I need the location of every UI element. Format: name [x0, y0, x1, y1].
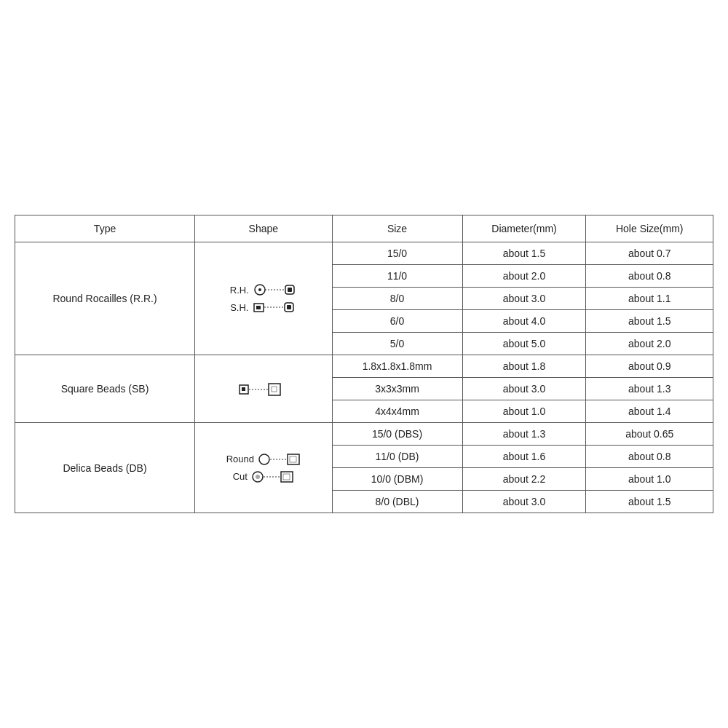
- hole-size-cell: about 0.8: [586, 446, 713, 468]
- type-cell-1: Square Beads (SB): [15, 355, 195, 423]
- shape-cell-2: Round Cut: [195, 423, 332, 513]
- hole-size-cell: about 0.65: [586, 423, 713, 446]
- bead-reference-table: Type Shape Size Diameter(mm) Hole Size(m…: [15, 215, 713, 513]
- type-cell-2: Delica Beads (DB): [15, 423, 195, 513]
- shape-cell-1: [195, 355, 332, 423]
- hole-size-cell: about 0.8: [586, 265, 713, 288]
- header-type: Type: [15, 215, 195, 242]
- page-wrapper: Type Shape Size Diameter(mm) Hole Size(m…: [15, 215, 713, 513]
- header-diameter: Diameter(mm): [462, 215, 586, 242]
- size-cell: 11/0 (DB): [332, 446, 462, 468]
- sb-shape-icon: [238, 381, 289, 396]
- svg-point-20: [256, 475, 260, 479]
- hole-size-cell: about 1.3: [586, 378, 713, 400]
- header-shape: Shape: [195, 215, 332, 242]
- svg-point-15: [259, 454, 269, 464]
- diameter-cell: about 4.0: [462, 310, 586, 333]
- header-size: Size: [332, 215, 462, 242]
- size-cell: 1.8x1.8x1.8mm: [332, 355, 462, 378]
- hole-size-cell: about 0.7: [586, 242, 713, 265]
- hole-size-cell: about 1.5: [586, 310, 713, 333]
- size-cell: 10/0 (DBM): [332, 468, 462, 491]
- diameter-cell: about 1.6: [462, 446, 586, 468]
- diameter-cell: about 1.5: [462, 242, 586, 265]
- svg-rect-23: [283, 474, 290, 480]
- diameter-cell: about 5.0: [462, 333, 586, 355]
- diameter-cell: about 3.0: [462, 491, 586, 513]
- size-cell: 15/0: [332, 242, 462, 265]
- size-cell: 6/0: [332, 310, 462, 333]
- svg-rect-4: [288, 288, 292, 292]
- hole-size-cell: about 1.5: [586, 491, 713, 513]
- hole-size-cell: about 1.0: [586, 468, 713, 491]
- size-cell: 8/0 (DBL): [332, 491, 462, 513]
- svg-rect-6: [256, 306, 261, 309]
- size-cell: 5/0: [332, 333, 462, 355]
- diameter-cell: about 1.8: [462, 355, 586, 378]
- diameter-cell: about 2.2: [462, 468, 586, 491]
- hole-size-cell: about 2.0: [586, 333, 713, 355]
- size-cell: 11/0: [332, 265, 462, 288]
- size-cell: 3x3x3mm: [332, 378, 462, 400]
- hole-size-cell: about 1.1: [586, 288, 713, 310]
- hole-size-cell: about 1.4: [586, 400, 713, 423]
- diameter-cell: about 1.0: [462, 400, 586, 423]
- sh-shape-icon: [253, 301, 296, 314]
- header-hole-size: Hole Size(mm): [586, 215, 713, 242]
- hole-size-cell: about 0.9: [586, 355, 713, 378]
- size-cell: 15/0 (DBS): [332, 423, 462, 446]
- db-cut-shape-icon: [252, 470, 294, 483]
- svg-point-1: [258, 288, 261, 291]
- svg-rect-9: [287, 305, 291, 309]
- diameter-cell: about 2.0: [462, 265, 586, 288]
- shape-cell-0: R.H. S.H.: [195, 242, 332, 355]
- db-round-shape-icon: [258, 453, 301, 466]
- svg-rect-14: [272, 387, 277, 392]
- rh-shape-icon: [253, 283, 297, 296]
- svg-rect-18: [290, 456, 296, 462]
- size-cell: 8/0: [332, 288, 462, 310]
- type-cell-0: Round Rocailles (R.R.): [15, 242, 195, 355]
- diameter-cell: about 3.0: [462, 288, 586, 310]
- diameter-cell: about 1.3: [462, 423, 586, 446]
- size-cell: 4x4x4mm: [332, 400, 462, 423]
- diameter-cell: about 3.0: [462, 378, 586, 400]
- svg-rect-11: [242, 387, 245, 391]
